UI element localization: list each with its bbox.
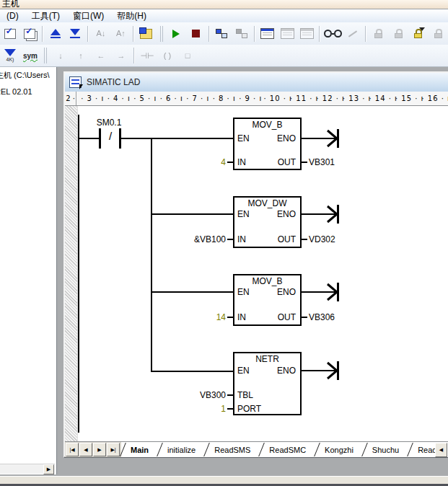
block-title: MOV_B [233, 276, 302, 286]
menu-item-3[interactable]: 帮助(H) [110, 9, 153, 22]
pin-stub [227, 408, 233, 410]
window-titlebar: 主机 [0, 0, 448, 9]
lad-window-title: SIMATIC LAD [87, 77, 140, 87]
pin-ENO: ENO [234, 366, 296, 376]
menu-item-2[interactable]: 窗口(W) [66, 9, 110, 22]
network-margin [65, 106, 78, 441]
operand-value[interactable]: VB300 [172, 390, 226, 400]
ruler-lead: 2 · [65, 94, 76, 102]
contact-not-symbol: / [102, 130, 119, 142]
operand-value[interactable]: VD302 [309, 234, 335, 244]
toolbar-separator [254, 26, 255, 42]
block-title: MOV_DW [233, 198, 302, 208]
symbol-filter-icon[interactable]: 4K) [1, 46, 19, 65]
status-strip [0, 477, 448, 484]
block-title: MOV_B [233, 120, 302, 130]
operand-value[interactable]: VB306 [309, 312, 335, 322]
open-line-arrow-icon [326, 128, 341, 149]
contact-operand[interactable]: SM0.1 [87, 118, 131, 128]
operand-value[interactable]: 4 [172, 157, 226, 167]
trend-chart-icon [278, 25, 297, 43]
pin-stub [227, 317, 233, 318]
contact-left-bar[interactable] [99, 128, 101, 149]
run-icon[interactable] [167, 25, 186, 43]
password-lock-icon[interactable] [409, 25, 428, 43]
insert-line-left-icon: ← [92, 46, 110, 65]
menubar: (D)工具(T)窗口(W)帮助(H) [0, 9, 448, 22]
pin-ENO: ENO [234, 287, 296, 297]
tab-kongzhi[interactable]: Kongzhi [315, 442, 363, 457]
trend-chart-pause-icon [298, 25, 317, 43]
wire-3 [151, 138, 152, 372]
operand-value[interactable]: 1 [172, 404, 226, 414]
lad-window-titlebar[interactable]: SIMATIC LAD [65, 73, 448, 92]
pin-OUT: OUT [234, 312, 296, 322]
tab-nav-next-button[interactable]: ▶ [93, 443, 106, 456]
wire-4 [152, 213, 233, 215]
tab-shuchu[interactable]: Shuchu [363, 442, 408, 457]
ruler-mark-4: · 4 · ı [106, 94, 133, 102]
compile-all-icon[interactable]: ✓ [21, 25, 40, 43]
insert-line-right-icon: → [112, 46, 131, 65]
tab-nav-group: |◀◀▶▶| [65, 442, 121, 457]
stop-icon[interactable] [187, 25, 206, 43]
toolbar-separator [87, 26, 89, 42]
open-line-arrow-icon [326, 203, 341, 225]
upload-icon[interactable] [46, 25, 65, 43]
tab-nav-prev-button[interactable]: ◀ [79, 443, 92, 456]
window-title: 主机 [2, 0, 19, 9]
lad-toolbar: 4K)sym↓↑←→⊣⊢( )□ [0, 45, 448, 67]
contact-right-bar[interactable] [119, 128, 121, 149]
tab-readsms[interactable]: ReadSMS [205, 442, 260, 457]
toolbar-separator [133, 26, 134, 42]
tab-initialize[interactable]: initialize [158, 442, 205, 457]
toolbar-separator [42, 26, 43, 42]
lad-canvas: SM0.1/MOV_BENENOINOUT4VB301MOV_DWENENOIN… [65, 106, 448, 441]
sort-descending-icon: A↑ [112, 25, 131, 43]
toolbar-grip [44, 48, 47, 63]
program-status-glasses-icon[interactable] [323, 25, 342, 43]
ruler-mark-13: · 13 · ı [343, 94, 369, 102]
tab-nav-first-button[interactable]: |◀ [66, 443, 79, 456]
ruler-mark-11: · 11 · ı [290, 94, 317, 102]
tab-nav-last-button[interactable]: ▶| [107, 443, 120, 456]
ruler-mark-7: · 7 · ı [185, 94, 211, 102]
ruler-mark-15: · 15 · ı [395, 94, 422, 102]
app-window: 主机 (D)工具(T)窗口(W)帮助(H) ✓✓A↓A↑ 4K)sym↓↑←→⊣… [0, 0, 448, 486]
wire-6 [152, 371, 233, 372]
toolbar-separator [319, 26, 320, 42]
pin-OUT: OUT [234, 157, 296, 167]
wire-5 [152, 291, 233, 293]
compile-icon[interactable]: ✓ [1, 25, 19, 43]
symbolic-addressing-icon[interactable]: sym [21, 46, 40, 65]
ruler-mark-5: · 5 · ı [132, 94, 159, 102]
wire-0 [78, 115, 79, 433]
insert-coil-icon: ( ) [158, 46, 177, 65]
chart-status-icon[interactable] [258, 25, 277, 43]
operand-value[interactable]: VB301 [309, 157, 335, 167]
network-read-icon[interactable] [213, 25, 232, 43]
ruler-mark-6: · 6 · ı [159, 94, 185, 102]
toolbar-grip [160, 26, 163, 42]
pin-stub [227, 162, 233, 163]
download-icon[interactable] [66, 25, 85, 43]
lock-upload-icon [429, 25, 447, 43]
tab-readsmc[interactable]: ReadSMC [260, 442, 315, 457]
open-line-arrow-icon [326, 360, 341, 381]
operand-value[interactable]: &VB100 [172, 234, 226, 244]
tab-scroll-left-button[interactable]: ◀ [435, 443, 447, 457]
menu-item-0[interactable]: (D) [0, 9, 25, 22]
ruler-mark-8: · 8 · ı [211, 94, 238, 102]
tree-item-1[interactable]: REL 02.01 [0, 87, 56, 96]
pin-stub [302, 162, 307, 163]
menu-item-1[interactable]: 工具(T) [25, 9, 66, 22]
options-icon[interactable] [137, 25, 156, 43]
insert-line-down-icon: ↓ [51, 46, 70, 65]
main-toolbar: ✓✓A↓A↑ [0, 22, 448, 45]
tree-item-0[interactable]: 主机 (C:\Users\ [0, 70, 56, 81]
ruler-mark-9: · 9 · ı [237, 94, 264, 102]
scroll-right-icon[interactable]: ▶ [43, 464, 54, 474]
operand-value[interactable]: 14 [172, 312, 226, 322]
tab-main[interactable]: Main [121, 442, 158, 457]
sidebar-hscrollbar[interactable]: ▶ [0, 464, 55, 474]
